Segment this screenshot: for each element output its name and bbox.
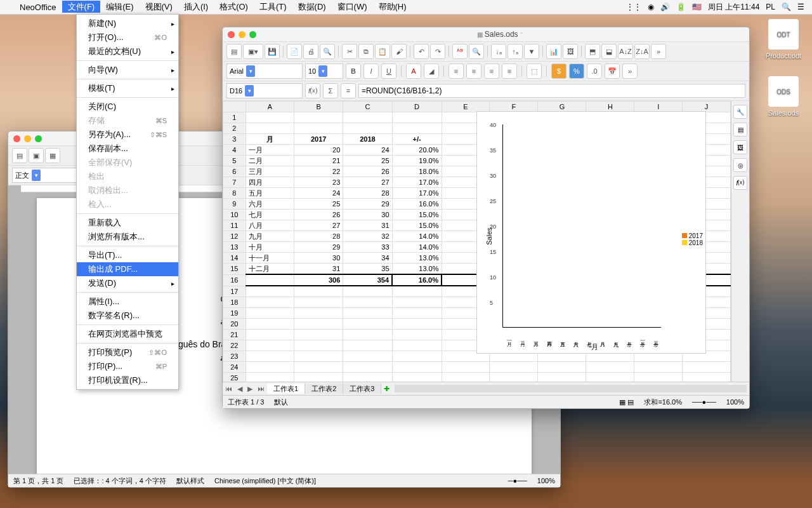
zoom-level[interactable]: 100%	[726, 398, 744, 406]
menu-item[interactable]: 属性(I)...	[77, 295, 178, 309]
align-right-icon[interactable]: ≡	[484, 64, 499, 79]
menu-item[interactable]: 打印机设置(R)...	[77, 373, 178, 387]
menu-5[interactable]: 工具(T)	[254, 1, 292, 13]
align-left-icon[interactable]: ≡	[449, 64, 464, 79]
functions-icon[interactable]: f⒳	[733, 176, 747, 190]
spreadsheet-grid[interactable]: ABCDEFGHIJ123月20172018+/-4一月202420.0%5二月…	[223, 101, 749, 382]
preview-icon[interactable]: 🔍	[320, 44, 335, 59]
menu-item[interactable]: 最近的文档(U)	[77, 44, 178, 58]
menu-item[interactable]: 在网页浏览器中预览	[77, 327, 178, 341]
tab-next-icon[interactable]: ▶	[245, 385, 255, 393]
sum-icon[interactable]: Σ	[323, 83, 338, 98]
pdf-icon[interactable]: 📄	[287, 44, 302, 59]
menu-item[interactable]: 输出成 PDF...	[77, 262, 178, 276]
lang-indicator[interactable]: PL	[766, 3, 775, 11]
merge-icon[interactable]: ⬚	[527, 64, 542, 79]
search-icon[interactable]: 🔍	[782, 3, 791, 11]
close-icon[interactable]	[228, 31, 235, 38]
tab-prev-icon[interactable]: ◀	[235, 385, 245, 393]
calc-titlebar[interactable]: ▦ Sales.ods ˅	[223, 27, 749, 42]
spellcheck-icon[interactable]: ᴬᴮ	[452, 44, 468, 59]
menu-item[interactable]: 另存为(A)...⇧⌘S	[77, 128, 178, 142]
zoom-icon[interactable]	[35, 135, 42, 142]
highlight-icon[interactable]: ◢	[424, 64, 439, 79]
cut-icon[interactable]: ✂	[342, 44, 357, 59]
menu-0[interactable]: 文件(F)	[62, 1, 101, 13]
menu-item[interactable]: 打印(P)...⌘P	[77, 359, 178, 373]
new-icon[interactable]: ▤	[226, 44, 242, 59]
add-sheet-icon[interactable]: ✚	[381, 385, 392, 393]
doc-language[interactable]: Chinese (simplified) [中文 (简体)]	[214, 476, 316, 486]
align-justify-icon[interactable]: ≡	[502, 64, 517, 79]
italic-icon[interactable]: I	[363, 64, 379, 79]
menu-item[interactable]: 数字签名(R)...	[77, 309, 178, 323]
desktop-file[interactable]: ODTProduct.odt	[761, 19, 806, 60]
row-icon[interactable]: ⬒	[585, 44, 600, 59]
gallery-icon[interactable]: 🖼	[733, 140, 747, 154]
menu-item[interactable]: 发送(D)	[77, 276, 178, 290]
sheet-tab[interactable]: 工作表3	[343, 384, 381, 394]
date-icon[interactable]: 📅	[605, 64, 620, 79]
sort-icon[interactable]: Z↓A	[634, 44, 650, 59]
zoom-slider[interactable]: ──●──	[692, 398, 716, 406]
font-name-combo[interactable]: Arial▾	[226, 64, 303, 79]
save-icon[interactable]: ▦	[45, 148, 60, 163]
minimize-icon[interactable]	[239, 31, 246, 38]
properties-icon[interactable]: 🔧	[733, 105, 747, 119]
sort-icon[interactable]: A↓Z	[618, 44, 633, 59]
sheet-tab[interactable]: 工作表1	[267, 384, 305, 394]
menu-item[interactable]: 导出(T)...	[77, 248, 178, 262]
notifications-icon[interactable]: ☰	[797, 3, 804, 11]
menu-app[interactable]: NeoOffice	[14, 1, 62, 13]
layout-icon[interactable]: ▦ ▤	[619, 398, 634, 406]
function-wizard-icon[interactable]: f⒳	[305, 83, 320, 98]
menu-item[interactable]: 打印预览(P)⇧⌘O	[77, 345, 178, 359]
undo-icon[interactable]: ↶	[414, 44, 429, 59]
embedded-chart[interactable]: Sales 月 20172018 510152025303540一月二月三月四月…	[476, 111, 706, 354]
paste-icon[interactable]: 📋	[375, 44, 390, 59]
clock[interactable]: 周日 上午11:44	[708, 2, 759, 13]
flag-icon[interactable]: 🇺🇸	[692, 3, 702, 11]
horizontal-scrollbar[interactable]	[395, 385, 747, 392]
battery-icon[interactable]: 🔋	[676, 3, 686, 11]
align-center-icon[interactable]: ≡	[466, 64, 481, 79]
tab-last-icon[interactable]: ⏭	[255, 385, 267, 392]
currency-icon[interactable]: $	[551, 64, 566, 79]
print-icon[interactable]: 🖨	[303, 44, 318, 59]
paint-icon[interactable]: 🖌	[391, 44, 407, 59]
percent-icon[interactable]: %	[569, 64, 584, 79]
find-icon[interactable]: 🔍	[469, 44, 484, 59]
menu-item[interactable]: 向导(W)	[77, 63, 178, 77]
equals-icon[interactable]: =	[341, 83, 356, 98]
menu-item[interactable]: 重新载入	[77, 216, 178, 230]
menu-item[interactable]: 保存副本...	[77, 142, 178, 156]
sum-display[interactable]: 求和=16.0%	[644, 398, 682, 407]
zoom-slider[interactable]: ─●──	[508, 477, 527, 485]
chart-icon[interactable]: 📊	[546, 44, 561, 59]
formula-input[interactable]	[358, 84, 745, 98]
menu-1[interactable]: 编辑(E)	[100, 1, 139, 13]
autofilter-icon[interactable]: ▼	[524, 44, 539, 59]
bold-icon[interactable]: B	[346, 64, 361, 79]
close-icon[interactable]	[13, 135, 20, 142]
menu-7[interactable]: 窗口(W)	[332, 1, 373, 13]
font-size-combo[interactable]: 10▾	[305, 64, 343, 79]
styles-icon[interactable]: ▤	[733, 123, 747, 137]
menu-4[interactable]: 格式(O)	[214, 1, 254, 13]
more-icon[interactable]: »	[651, 44, 666, 59]
open-icon[interactable]: ▣▾	[243, 44, 263, 59]
menu-8[interactable]: 帮助(H)	[373, 1, 412, 13]
menu-3[interactable]: 插入(I)	[178, 1, 214, 13]
new-doc-icon[interactable]: ▤	[12, 148, 27, 163]
wifi-icon[interactable]: ◉	[648, 3, 654, 11]
navigator-icon[interactable]: ◎	[733, 158, 747, 172]
open-icon[interactable]: ▣	[29, 148, 44, 163]
sort-asc-icon[interactable]: ↓ₐ	[491, 44, 506, 59]
cell-reference[interactable]: D16▾	[226, 83, 303, 98]
zoom-level[interactable]: 100%	[537, 477, 555, 485]
image-icon[interactable]: 🖼	[563, 44, 578, 59]
tab-first-icon[interactable]: ⏮	[223, 385, 235, 392]
sheet-tab[interactable]: 工作表2	[305, 384, 343, 394]
redo-icon[interactable]: ↷	[430, 44, 445, 59]
sort-desc-icon[interactable]: ↑ₐ	[508, 44, 523, 59]
